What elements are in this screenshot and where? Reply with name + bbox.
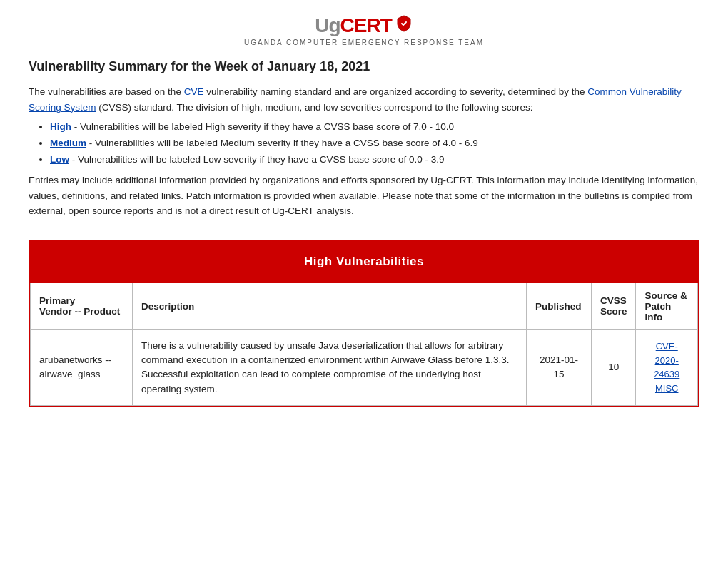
col-header-vendor: PrimaryVendor -- Product bbox=[31, 282, 133, 330]
col-header-published: Published bbox=[527, 282, 592, 330]
description-cell: There is a vulnerability caused by unsaf… bbox=[132, 329, 526, 405]
intro-text-after-cve: vulnerability naming standard and are or… bbox=[203, 86, 587, 97]
published-cell: 2021-01-15 bbox=[527, 329, 592, 405]
cvss-score-cell: 10 bbox=[591, 329, 636, 405]
entries-paragraph: Entries may include additional informati… bbox=[29, 173, 699, 219]
low-severity-link[interactable]: Low bbox=[50, 154, 69, 165]
logo-ug-text: Ug bbox=[315, 14, 340, 37]
col-header-source: Source &Patch Info bbox=[636, 282, 698, 330]
page-title: Vulnerability Summary for the Week of Ja… bbox=[29, 59, 699, 74]
page-header: UgCERT UGANDA COMPUTER EMERGENCY RESPONS… bbox=[29, 14, 699, 46]
cve-link[interactable]: CVE bbox=[184, 86, 204, 97]
table-header-row: PrimaryVendor -- Product Description Pub… bbox=[31, 282, 698, 330]
intro-paragraph: The vulnerabilities are based on the CVE… bbox=[29, 84, 699, 115]
misc-link[interactable]: MISC bbox=[644, 382, 689, 396]
vendor-product-cell: arubanetworks -- airwave_glass bbox=[31, 329, 133, 405]
list-item: High - Vulnerabilities will be labeled H… bbox=[50, 119, 699, 136]
table-section-title: High Vulnerabilities bbox=[43, 255, 685, 269]
medium-severity-link[interactable]: Medium bbox=[50, 138, 86, 148]
table-row: arubanetworks -- airwave_glassThere is a… bbox=[31, 329, 698, 405]
vulnerabilities-table: PrimaryVendor -- Product Description Pub… bbox=[30, 282, 698, 406]
intro-text-after-cvss: (CVSS) standard. The division of high, m… bbox=[96, 102, 533, 113]
low-severity-desc: - Vulnerabilities will be labeled Low se… bbox=[69, 154, 445, 165]
list-item: Low - Vulnerabilities will be labeled Lo… bbox=[50, 152, 699, 168]
shield-icon bbox=[395, 14, 413, 37]
high-severity-desc: - Vulnerabilities will be labeled High s… bbox=[71, 121, 454, 132]
medium-severity-desc: - Vulnerabilities will be labeled Medium… bbox=[86, 138, 478, 148]
cve-link[interactable]: CVE-2020-24639 bbox=[644, 339, 689, 382]
severity-list: High - Vulnerabilities will be labeled H… bbox=[50, 119, 699, 168]
high-severity-link[interactable]: High bbox=[50, 121, 71, 132]
high-vulnerabilities-section: High Vulnerabilities PrimaryVendor -- Pr… bbox=[29, 240, 699, 407]
table-section-header: High Vulnerabilities bbox=[30, 242, 698, 282]
source-cell: CVE-2020-24639MISC bbox=[636, 329, 698, 405]
intro-text-before-cve: The vulnerabilities are based on the bbox=[29, 86, 184, 97]
logo: UgCERT bbox=[315, 14, 413, 37]
logo-cert-text: CERT bbox=[340, 14, 392, 37]
list-item: Medium - Vulnerabilities will be labeled… bbox=[50, 136, 699, 152]
col-header-description: Description bbox=[132, 282, 526, 330]
col-header-cvss: CVSSScore bbox=[591, 282, 636, 330]
org-name: UGANDA COMPUTER EMERGENCY RESPONSE TEAM bbox=[29, 39, 699, 46]
